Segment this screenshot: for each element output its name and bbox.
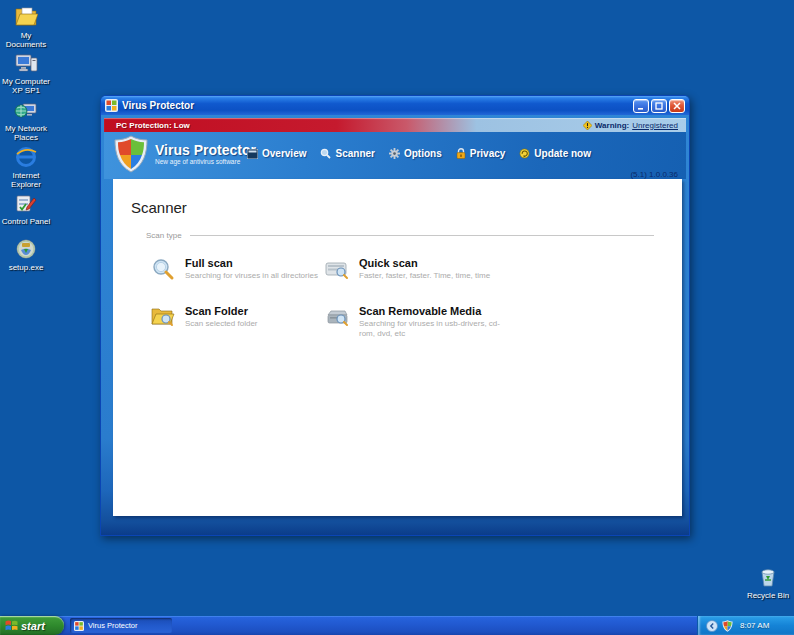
- desktop-icon-internet-explorer[interactable]: Internet Explorer: [0, 145, 52, 189]
- setup-exe-icon: [14, 237, 38, 261]
- taskbar-button-virus-protector[interactable]: Virus Protector: [70, 618, 172, 633]
- lock-icon: [456, 148, 466, 159]
- system-tray: 8:07 AM: [697, 616, 794, 635]
- desktop-icon-recycle-bin[interactable]: Recycle Bin: [742, 565, 794, 600]
- scan-option-desc: Searching for viruses in usb-drivers, cd…: [359, 319, 509, 339]
- nav-label: Update now: [534, 148, 591, 159]
- desktop-icon-label: My Computer XP SP1: [0, 77, 52, 95]
- quick-scan-icon: [325, 257, 349, 281]
- warning-area: Warning: Unregistered: [583, 121, 680, 130]
- scan-folder-icon: [151, 305, 175, 329]
- scan-option-title: Scan Folder: [185, 305, 335, 318]
- scan-option-title: Scan Removable Media: [359, 305, 509, 318]
- main-nav: Overview Scanner: [247, 148, 591, 159]
- desktop-icon-my-network-places[interactable]: My Network Places: [0, 98, 52, 142]
- hide-icons-chevron-icon[interactable]: [706, 620, 718, 632]
- nav-options[interactable]: Options: [389, 148, 442, 159]
- my-computer-icon: [14, 51, 38, 75]
- desktop-icon-my-documents[interactable]: My Documents: [0, 5, 52, 49]
- overview-icon: [247, 149, 258, 159]
- nav-label: Options: [404, 148, 442, 159]
- gear-icon: [389, 148, 400, 159]
- desktop-icon-setup-exe[interactable]: setup.exe: [0, 237, 52, 272]
- warning-label: Warning:: [595, 121, 629, 130]
- scanner-icon: [320, 148, 331, 159]
- nav-label: Scanner: [335, 148, 374, 159]
- nav-label: Overview: [262, 148, 306, 159]
- scan-removable-media-icon: [325, 305, 349, 329]
- desktop-icon-label: Internet Explorer: [0, 171, 52, 189]
- my-network-places-icon: [14, 98, 38, 122]
- task-button-label: Virus Protector: [88, 621, 137, 630]
- page-title: Scanner: [131, 199, 187, 216]
- scan-option-desc: Faster, faster, faster. Time, time, time: [359, 271, 509, 281]
- quick-scan-option[interactable]: Quick scan Faster, faster, faster. Time,…: [325, 257, 661, 305]
- virus-protector-window: Virus Protector PC Protection: Low Warni…: [100, 95, 690, 536]
- scan-option-title: Quick scan: [359, 257, 509, 270]
- desktop-icon-label: My Network Places: [0, 124, 52, 142]
- minimize-button[interactable]: [633, 99, 649, 113]
- scan-type-label: Scan type: [146, 231, 182, 240]
- control-panel-icon: [14, 191, 38, 215]
- window-title: Virus Protector: [122, 100, 631, 111]
- desktop-icon-label: setup.exe: [0, 263, 52, 272]
- tray-shield-icon[interactable]: [722, 620, 733, 632]
- full-scan-option[interactable]: Full scan Searching for viruses in all d…: [151, 257, 325, 305]
- unregistered-link[interactable]: Unregistered: [632, 121, 678, 130]
- my-documents-icon: [14, 5, 38, 29]
- brand: Virus Protector New age of antivirus sof…: [114, 135, 256, 173]
- scan-option-desc: Scan selected folder: [185, 319, 335, 329]
- nav-privacy[interactable]: Privacy: [456, 148, 506, 159]
- scan-options-grid: Full scan Searching for viruses in all d…: [151, 257, 661, 353]
- windows-flag-icon: [5, 619, 18, 632]
- taskbar-clock: 8:07 AM: [740, 621, 769, 630]
- close-button[interactable]: [669, 99, 685, 113]
- maximize-icon: [655, 102, 663, 110]
- section-divider: [190, 235, 654, 236]
- window-app-icon: [105, 99, 118, 112]
- maximize-button[interactable]: [651, 99, 667, 113]
- shield-logo-icon: [114, 135, 148, 173]
- scan-option-desc: Searching for viruses in all directories: [185, 271, 335, 281]
- task-button-app-icon: [74, 621, 84, 631]
- desktop-icon-control-panel[interactable]: Control Panel: [0, 191, 52, 226]
- recycle-bin-icon: [756, 565, 780, 589]
- protection-status-text: PC Protection: Low: [110, 121, 583, 130]
- close-icon: [673, 102, 681, 110]
- desktop-icon-label: My Documents: [0, 31, 52, 49]
- start-button-label: start: [21, 620, 45, 632]
- start-button[interactable]: start: [0, 616, 64, 635]
- update-icon: [519, 148, 530, 159]
- internet-explorer-icon: [14, 145, 38, 169]
- scan-removable-media-option[interactable]: Scan Removable Media Searching for virus…: [325, 305, 661, 353]
- scanner-page: Scanner Scan type Full scan Searching fo…: [113, 179, 682, 516]
- scan-option-title: Full scan: [185, 257, 335, 270]
- brand-name: Virus Protector: [155, 143, 256, 158]
- protection-status-banner: PC Protection: Low Warning: Unregistered: [104, 118, 686, 132]
- scan-type-section: Scan type: [146, 231, 654, 240]
- desktop-icon-my-computer[interactable]: My Computer XP SP1: [0, 51, 52, 95]
- app-header: (5.1) 1.0.0.36 Virus Protector New age o…: [104, 132, 686, 179]
- desktop-icon-label: Recycle Bin: [742, 591, 794, 600]
- scan-folder-option[interactable]: Scan Folder Scan selected folder: [151, 305, 325, 353]
- minimize-icon: [637, 102, 645, 110]
- window-titlebar[interactable]: Virus Protector: [101, 96, 689, 115]
- full-scan-magnifier-icon: [151, 257, 175, 281]
- warning-icon: [583, 121, 592, 130]
- nav-scanner[interactable]: Scanner: [320, 148, 374, 159]
- nav-overview[interactable]: Overview: [247, 148, 306, 159]
- taskbar: start Virus Protector 8:07 AM: [0, 616, 794, 635]
- nav-label: Privacy: [470, 148, 506, 159]
- brand-tagline: New age of antivirus software: [155, 158, 256, 165]
- nav-update-now[interactable]: Update now: [519, 148, 591, 159]
- version-text: (5.1) 1.0.0.36: [630, 170, 678, 179]
- desktop-icon-label: Control Panel: [0, 217, 52, 226]
